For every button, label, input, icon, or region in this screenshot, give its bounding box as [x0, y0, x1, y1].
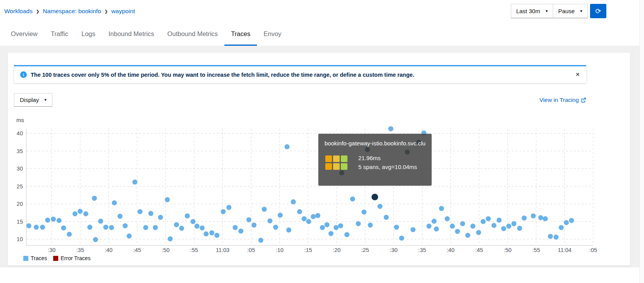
- trace-point[interactable]: [262, 207, 267, 212]
- trace-point[interactable]: [118, 214, 123, 219]
- trace-point[interactable]: [297, 209, 302, 214]
- trace-point[interactable]: [40, 225, 45, 230]
- trace-point[interactable]: [78, 209, 83, 214]
- trace-point[interactable]: [302, 216, 307, 221]
- trace-point[interactable]: [543, 216, 548, 221]
- trace-point[interactable]: [496, 217, 502, 223]
- trace-point[interactable]: [517, 226, 522, 231]
- trace-point[interactable]: [564, 220, 569, 225]
- trace-point[interactable]: [194, 224, 200, 229]
- trace-point[interactable]: [306, 219, 311, 224]
- trace-point[interactable]: [73, 211, 78, 216]
- trace-point[interactable]: [455, 229, 460, 234]
- breadcrumb-workloads[interactable]: Workloads: [4, 8, 33, 15]
- trace-point[interactable]: [103, 225, 108, 230]
- trace-point[interactable]: [361, 209, 366, 214]
- tab-overview[interactable]: Overview: [4, 22, 44, 46]
- trace-point[interactable]: [315, 213, 320, 218]
- trace-point[interactable]: [311, 214, 316, 219]
- trace-point[interactable]: [491, 223, 496, 228]
- breadcrumb-namespace[interactable]: Namespace: bookinfo: [43, 8, 101, 15]
- trace-point[interactable]: [320, 225, 325, 230]
- trace-point[interactable]: [252, 223, 257, 228]
- trace-point[interactable]: [200, 225, 205, 230]
- trace-point[interactable]: [338, 223, 343, 228]
- trace-point[interactable]: [226, 205, 231, 210]
- trace-point[interactable]: [127, 233, 132, 238]
- trace-point[interactable]: [153, 225, 158, 230]
- trace-point[interactable]: [531, 213, 536, 218]
- trace-point[interactable]: [325, 222, 330, 227]
- trace-point[interactable]: [148, 211, 153, 216]
- scrollbar-track[interactable]: [639, 0, 644, 283]
- trace-point[interactable]: [399, 236, 404, 241]
- hovered-trace-point[interactable]: [371, 194, 378, 200]
- tab-traces[interactable]: Traces: [224, 22, 257, 46]
- tab-traffic[interactable]: Traffic: [44, 22, 75, 46]
- trace-point[interactable]: [83, 211, 89, 216]
- trace-point[interactable]: [486, 216, 491, 221]
- trace-point[interactable]: [98, 219, 103, 224]
- trace-point[interactable]: [465, 233, 470, 238]
- trace-point[interactable]: [511, 221, 516, 226]
- trace-point[interactable]: [123, 223, 128, 228]
- trace-point[interactable]: [191, 219, 196, 224]
- tab-inbound-metrics[interactable]: Inbound Metrics: [102, 22, 160, 46]
- trace-point[interactable]: [258, 238, 263, 243]
- trace-point[interactable]: [291, 199, 296, 204]
- trace-point[interactable]: [209, 230, 214, 235]
- trace-point[interactable]: [26, 223, 31, 228]
- trace-point[interactable]: [93, 237, 98, 242]
- trace-point[interactable]: [165, 197, 170, 202]
- tab-outbound-metrics[interactable]: Outbound Metrics: [161, 22, 224, 46]
- view-in-tracing-link[interactable]: View in Tracing: [540, 97, 586, 103]
- trace-point[interactable]: [220, 209, 226, 214]
- trace-point[interactable]: [384, 215, 389, 220]
- trace-point[interactable]: [344, 232, 349, 237]
- trace-point[interactable]: [185, 213, 190, 218]
- trace-point[interactable]: [203, 231, 208, 236]
- alert-close-button[interactable]: ✕: [575, 71, 580, 78]
- trace-point[interactable]: [278, 213, 283, 218]
- trace-point[interactable]: [174, 222, 179, 227]
- trace-point[interactable]: [522, 216, 527, 221]
- trace-point[interactable]: [548, 234, 553, 239]
- trace-point[interactable]: [460, 221, 465, 226]
- trace-point[interactable]: [506, 224, 511, 229]
- trace-point[interactable]: [143, 225, 148, 230]
- trace-point[interactable]: [388, 126, 393, 131]
- trace-point[interactable]: [445, 216, 450, 221]
- duration-select[interactable]: Last 30m ▾: [511, 4, 553, 18]
- trace-point[interactable]: [450, 224, 455, 229]
- trace-point[interactable]: [87, 225, 92, 230]
- trace-point[interactable]: [238, 229, 243, 234]
- trace-point[interactable]: [57, 218, 62, 223]
- trace-point[interactable]: [67, 232, 72, 237]
- trace-point[interactable]: [92, 196, 97, 201]
- trace-point[interactable]: [410, 227, 415, 232]
- trace-point[interactable]: [481, 219, 486, 224]
- trace-point[interactable]: [501, 226, 506, 231]
- trace-point[interactable]: [356, 221, 361, 226]
- trace-point[interactable]: [432, 219, 437, 224]
- trace-point[interactable]: [273, 225, 278, 230]
- trace-point[interactable]: [368, 223, 373, 228]
- trace-point[interactable]: [112, 200, 117, 205]
- trace-point[interactable]: [470, 224, 476, 229]
- trace-point[interactable]: [132, 179, 137, 185]
- trace-point[interactable]: [214, 233, 219, 238]
- breadcrumb-workload-name[interactable]: waypoint: [111, 8, 135, 15]
- trace-point[interactable]: [569, 218, 574, 223]
- trace-point[interactable]: [246, 217, 252, 222]
- trace-point[interactable]: [394, 225, 399, 230]
- trace-point[interactable]: [538, 215, 543, 220]
- trace-point[interactable]: [158, 215, 163, 220]
- trace-point[interactable]: [286, 228, 291, 233]
- trace-point[interactable]: [333, 225, 338, 230]
- trace-point[interactable]: [51, 217, 56, 222]
- trace-point[interactable]: [554, 235, 559, 240]
- refresh-interval-select[interactable]: Pause ▾: [553, 4, 588, 18]
- trace-point[interactable]: [476, 230, 481, 235]
- trace-point[interactable]: [137, 209, 142, 214]
- trace-point[interactable]: [109, 225, 114, 230]
